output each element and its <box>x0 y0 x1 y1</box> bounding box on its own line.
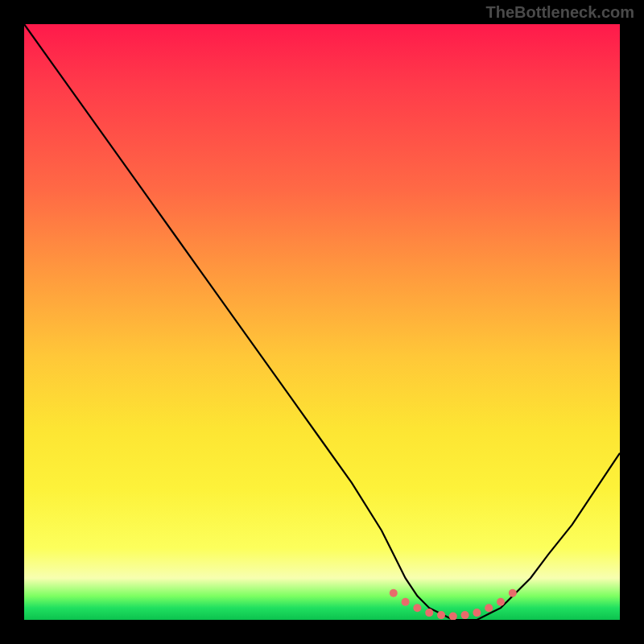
highlight-dot <box>485 604 493 612</box>
bottleneck-curve-path <box>24 24 620 620</box>
highlight-dot <box>413 604 421 612</box>
highlight-dot <box>461 611 469 619</box>
watermark-text: TheBottleneck.com <box>486 3 634 22</box>
highlight-dot <box>390 589 398 597</box>
highlight-dot <box>473 609 481 617</box>
chart-plot-area <box>24 24 620 620</box>
highlight-dot <box>509 589 517 597</box>
bottleneck-curve-svg <box>24 24 620 620</box>
highlight-dot <box>402 598 410 606</box>
highlight-dot <box>425 609 433 617</box>
highlight-dot <box>449 613 457 620</box>
flat-zone-dots <box>390 589 517 620</box>
highlight-dot <box>437 611 445 619</box>
highlight-dot <box>497 598 505 606</box>
